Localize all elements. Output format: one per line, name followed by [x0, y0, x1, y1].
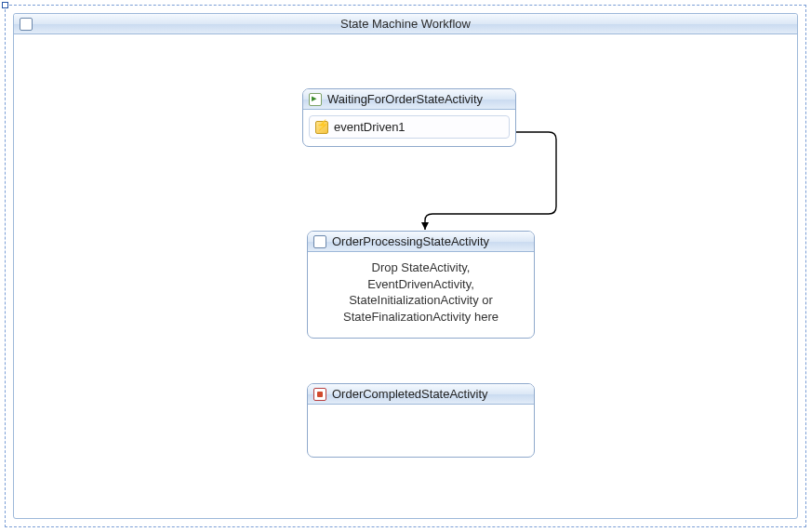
drop-hint: Drop StateActivity, EventDrivenActivity,… — [313, 258, 528, 330]
workflow-canvas[interactable]: WaitingForOrderStateActivity eventDriven… — [14, 34, 797, 518]
event-driven-label: eventDriven1 — [334, 120, 406, 134]
event-driven-icon — [315, 121, 328, 134]
workflow-selection-outline: State Machine Workflow WaitingForOrderSt… — [5, 5, 806, 527]
state-body[interactable] — [308, 405, 534, 418]
state-header[interactable]: OrderCompletedStateActivity — [308, 384, 534, 405]
state-icon — [313, 235, 326, 248]
state-title: OrderCompletedStateActivity — [332, 387, 488, 401]
final-state-icon — [313, 388, 326, 401]
state-title: OrderProcessingStateActivity — [332, 234, 489, 248]
state-order-completed[interactable]: OrderCompletedStateActivity — [307, 383, 535, 458]
state-order-processing[interactable]: OrderProcessingStateActivity Drop StateA… — [307, 231, 535, 339]
drop-hint-line: StateFinalizationActivity here — [317, 309, 525, 326]
state-header[interactable]: OrderProcessingStateActivity — [308, 232, 534, 252]
workflow-icon — [20, 18, 33, 31]
state-body[interactable]: Drop StateActivity, EventDrivenActivity,… — [308, 252, 534, 338]
state-waiting-for-order[interactable]: WaitingForOrderStateActivity eventDriven… — [302, 88, 516, 147]
initial-state-icon — [309, 93, 322, 106]
workflow-title: State Machine Workflow — [340, 17, 471, 31]
event-driven-activity[interactable]: eventDriven1 — [309, 115, 510, 139]
drop-hint-line: Drop StateActivity, — [317, 259, 525, 276]
state-header[interactable]: WaitingForOrderStateActivity — [303, 89, 515, 110]
state-title: WaitingForOrderStateActivity — [327, 92, 483, 106]
drop-hint-line: StateInitializationActivity or — [317, 292, 525, 309]
workflow-titlebar[interactable]: State Machine Workflow — [14, 14, 797, 34]
workflow-container[interactable]: State Machine Workflow WaitingForOrderSt… — [13, 13, 798, 519]
drop-hint-line: EventDrivenActivity, — [317, 276, 525, 293]
state-body[interactable]: eventDriven1 — [303, 110, 515, 146]
selection-handle-icon[interactable] — [2, 2, 8, 8]
